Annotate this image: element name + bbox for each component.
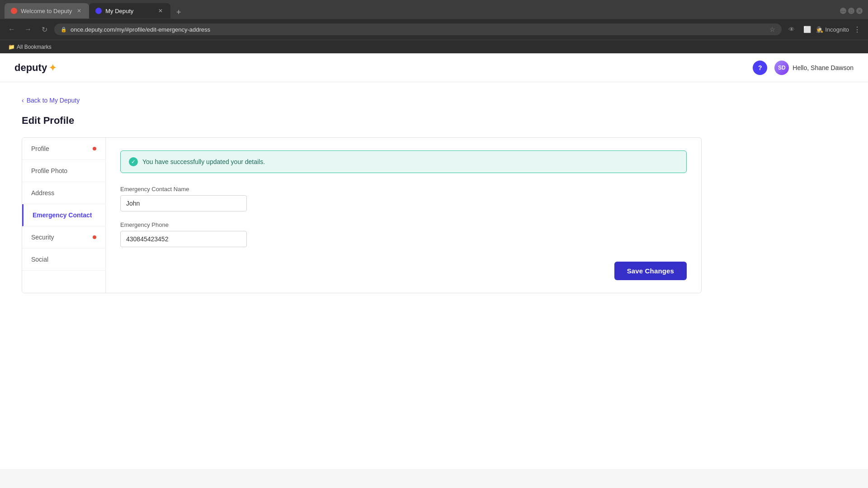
tab1-close[interactable]: ✕ [75,7,83,14]
sidebar-nav: Profile Profile Photo Address Emergency … [22,138,106,293]
success-checkmark-icon: ✓ [129,157,138,166]
sidebar-item-address[interactable]: Address [22,182,105,204]
tab-my-deputy[interactable]: My Deputy ✕ [89,3,170,19]
header-right: ? SD Hello, Shane Dawson [753,61,854,75]
reload-button[interactable]: ↻ [38,23,51,36]
form-area: ✓ You have successfully updated your det… [106,138,701,293]
emergency-name-label: Emergency Contact Name [120,186,687,192]
folder-icon: 📁 [8,44,15,50]
maximize-button[interactable]: □ [848,8,854,14]
back-nav-button[interactable]: ← [5,23,18,36]
emergency-phone-input[interactable] [120,231,247,247]
avatar: SD [774,61,789,75]
emergency-phone-group: Emergency Phone [120,221,687,247]
sidebar-item-security[interactable]: Security [22,226,105,249]
minimize-button[interactable]: — [840,8,846,14]
all-bookmarks-item[interactable]: 📁 All Bookmarks [5,43,54,51]
back-link-label: Back to My Deputy [27,97,80,104]
help-button[interactable]: ? [753,61,767,75]
browser-titlebar: Welcome to Deputy ✕ My Deputy ✕ + — □ ✕ [0,0,868,19]
sidebar-item-profile-photo[interactable]: Profile Photo [22,160,105,182]
address-bar[interactable]: 🔒 once.deputy.com/my/#profile/edit-emerg… [54,23,782,35]
window-controls: — □ ✕ [840,8,868,14]
app-header: deputy✦ ? SD Hello, Shane Dawson [0,53,868,82]
user-info: SD Hello, Shane Dawson [774,61,854,75]
bookmarks-bar: 📁 All Bookmarks [0,40,868,53]
tab1-label: Welcome to Deputy [21,8,72,14]
emergency-name-group: Emergency Contact Name [120,186,687,211]
emergency-name-input[interactable] [120,195,247,211]
sidebar-item-profile[interactable]: Profile [22,138,105,160]
logo-text: deputy [14,62,47,74]
sidebar-label-emergency-contact: Emergency Contact [33,211,92,219]
emergency-phone-label: Emergency Phone [120,221,687,228]
browser-navbar: ← → ↻ 🔒 once.deputy.com/my/#profile/edit… [0,19,868,40]
main-content-area: ‹ Back to My Deputy Edit Profile Profile… [0,82,723,308]
user-greeting: Hello, Shane Dawson [793,64,854,71]
navbar-right: 👁 ⬜ 🕵 Incognito ⋮ [785,23,863,36]
incognito-hat-icon: 🕵 [816,26,823,33]
save-button-label: Save Changes [627,267,674,275]
avatar-initials: SD [778,65,786,71]
bookmark-star-icon[interactable]: ☆ [769,26,775,33]
back-to-my-deputy-link[interactable]: ‹ Back to My Deputy [22,97,702,104]
tab1-favicon [11,8,17,14]
incognito-indicator: 🕵 Incognito [816,26,849,33]
sidebar-label-profile: Profile [31,145,49,152]
close-button[interactable]: ✕ [856,8,863,14]
tab2-close[interactable]: ✕ [157,7,164,14]
page-content: deputy✦ ? SD Hello, Shane Dawson ‹ Back … [0,53,868,469]
bookmarks-label: All Bookmarks [17,44,52,50]
success-message: You have successfully updated your detai… [142,158,265,165]
tab2-label: My Deputy [105,8,133,14]
help-label: ? [758,64,762,71]
page-title: Edit Profile [22,115,702,127]
profile-button[interactable]: ⬜ [801,23,813,36]
profile-notification-dot [93,147,96,150]
browser-tabs: Welcome to Deputy ✕ My Deputy ✕ + [0,3,840,19]
sidebar-label-address: Address [31,189,54,197]
save-button-wrapper: Save Changes [120,262,687,280]
url-text: once.deputy.com/my/#profile/edit-emergen… [71,26,766,33]
new-tab-button[interactable]: + [172,6,185,19]
lock-icon: 🔒 [61,27,67,33]
edit-layout: Profile Profile Photo Address Emergency … [22,137,702,293]
sidebar-label-profile-photo: Profile Photo [31,167,67,174]
more-options-button[interactable]: ⋮ [852,25,863,34]
sidebar-item-emergency-contact[interactable]: Emergency Contact [22,204,105,226]
tab2-favicon [95,8,102,14]
deputy-logo: deputy✦ [14,62,57,74]
incognito-label: Incognito [825,26,849,33]
back-chevron-icon: ‹ [22,97,24,104]
logo-asterisk: ✦ [49,62,57,73]
browser-chrome: Welcome to Deputy ✕ My Deputy ✕ + — □ ✕ … [0,0,868,53]
tab-welcome-to-deputy[interactable]: Welcome to Deputy ✕ [5,3,89,19]
forward-nav-button[interactable]: → [22,23,34,36]
security-notification-dot [93,235,96,239]
extensions-button[interactable]: 👁 [785,23,798,36]
save-changes-button[interactable]: Save Changes [614,262,687,280]
sidebar-label-social: Social [31,256,48,263]
sidebar-item-social[interactable]: Social [22,249,105,271]
success-banner: ✓ You have successfully updated your det… [120,150,687,173]
sidebar-label-security: Security [31,234,54,241]
